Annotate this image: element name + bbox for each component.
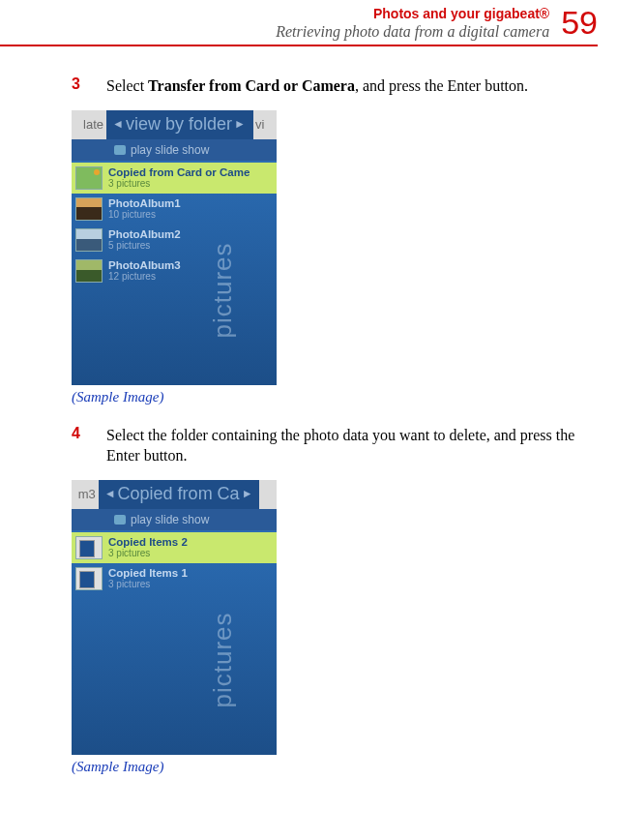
sample-image-1: late ◄ view by folder ► vi play slide sh… <box>72 110 277 385</box>
chevron-left-icon: ◄ <box>110 117 126 132</box>
page-header: Photos and your gigabeat® Retrieving pho… <box>0 0 617 52</box>
caption-1: (Sample Image) <box>72 389 598 405</box>
thumbnail-icon <box>75 197 103 221</box>
folder-count: 3 pictures <box>108 178 250 189</box>
step-text-bold: Transfer from Card or Camera <box>148 77 355 94</box>
list-item: PhotoAlbum2 5 pictures <box>72 225 277 255</box>
ss2-body: Copied Items 2 3 pictures Copied Items 1… <box>72 530 277 755</box>
step-text-prefix: Select <box>106 77 148 94</box>
step-instruction: Select the folder containing the photo d… <box>106 425 598 466</box>
play-icon <box>114 515 126 525</box>
ss2-left-tab: m3 <box>72 480 99 509</box>
list-item: PhotoAlbum3 12 pictures <box>72 255 277 286</box>
chevron-right-icon: ► <box>240 487 255 501</box>
ss2-title: Copied from Ca <box>118 484 240 504</box>
ss1-left-tab: late <box>72 110 106 139</box>
folder-title: PhotoAlbum2 <box>108 228 181 240</box>
section-title: Retrieving photo data from a digital cam… <box>276 23 549 41</box>
list-item: Copied from Card or Came 3 pictures <box>72 163 277 194</box>
ss2-right-tab <box>259 480 277 509</box>
list-item: Copied Items 2 3 pictures <box>72 532 277 563</box>
thumbnail-icon <box>75 166 103 190</box>
step-number: 4 <box>72 425 83 442</box>
folder-title: PhotoAlbum3 <box>108 259 181 271</box>
ss2-subtitle-bar: play slide show <box>72 509 277 530</box>
folder-count: 3 pictures <box>108 548 188 558</box>
thumbnail-icon <box>75 228 103 252</box>
ss1-right-tab: vi <box>253 110 277 139</box>
folder-title: Copied Items 2 <box>108 536 188 548</box>
page-number: 59 <box>561 6 598 39</box>
chapter-title: Photos and your gigabeat® <box>276 6 549 21</box>
step-4: 4 Select the folder containing the photo… <box>72 425 598 466</box>
step-text-prefix: Select the folder containing the photo d… <box>106 427 574 465</box>
ss2-subtitle: play slide show <box>131 513 209 526</box>
list-item: PhotoAlbum1 10 pictures <box>72 194 277 225</box>
ss1-title: view by folder <box>126 114 232 135</box>
page-content: 3 Select Transfer from Card or Camera, a… <box>0 52 617 775</box>
play-icon <box>114 145 126 155</box>
folder-count: 3 pictures <box>108 579 188 589</box>
folder-count: 10 pictures <box>108 209 181 220</box>
step-text-suffix: , and press the Enter button. <box>355 77 528 94</box>
thumbnail-icon <box>75 259 103 283</box>
list-item: Copied Items 1 3 pictures <box>72 563 277 594</box>
side-label: pictures <box>208 613 238 708</box>
thumbnail-icon <box>75 536 103 559</box>
sample-image-2: m3 ◄ Copied from Ca ► play slide show Co… <box>72 480 277 755</box>
step-number: 3 <box>72 75 83 93</box>
ss1-subtitle-bar: play slide show <box>72 139 277 161</box>
folder-title: PhotoAlbum1 <box>108 197 181 209</box>
ss1-body: Copied from Card or Came 3 pictures Phot… <box>72 161 277 385</box>
folder-title: Copied from Card or Came <box>108 166 250 178</box>
thumbnail-icon <box>75 567 103 590</box>
folder-count: 12 pictures <box>108 271 181 282</box>
caption-2: (Sample Image) <box>72 759 598 775</box>
step-instruction: Select Transfer from Card or Camera, and… <box>106 75 528 97</box>
ss1-subtitle: play slide show <box>131 143 209 157</box>
header-rule <box>0 45 598 46</box>
folder-title: Copied Items 1 <box>108 567 188 579</box>
folder-count: 5 pictures <box>108 240 181 251</box>
chevron-right-icon: ► <box>232 117 248 132</box>
step-3: 3 Select Transfer from Card or Camera, a… <box>72 75 598 97</box>
chevron-left-icon: ◄ <box>103 487 118 501</box>
